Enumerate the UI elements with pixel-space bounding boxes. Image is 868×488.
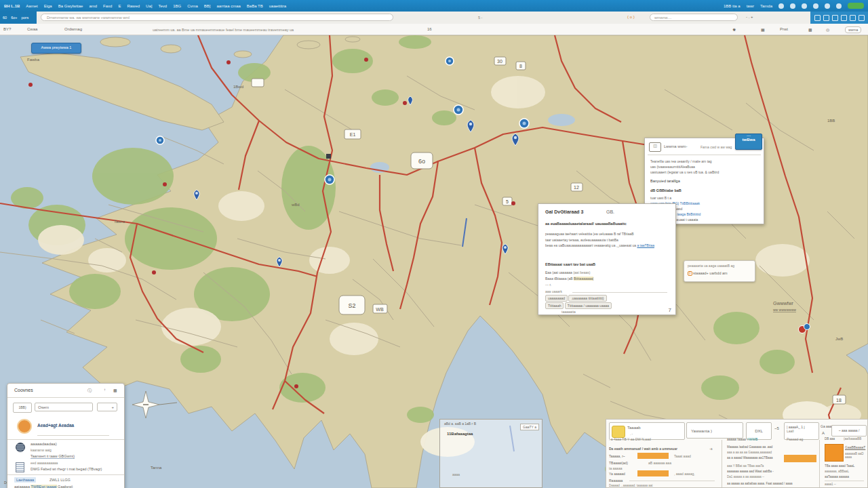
detail-card-menu[interactable]: GB. [606, 209, 614, 214]
menu-item[interactable]: Tamda [760, 4, 772, 8]
bottom-panel-strip: Taaaab . - Yawwanta ) DXL ~5 | aaaaA_ 1 … [606, 419, 868, 488]
detail-divider: aaa uaaark [545, 289, 669, 293]
detail-field-row: Eaa (aat uaaaaaa (aat beaas) [545, 270, 590, 274]
settings-icon[interactable] [802, 3, 807, 9]
menu-item[interactable]: BB] [204, 4, 211, 8]
detail-card-bold-line: aa euaBaaaaduaaetalaraad! uauaaaBaBuaatt… [545, 222, 627, 226]
thumbnail-icon[interactable] [825, 444, 844, 462]
value-bar[interactable] [637, 453, 669, 459]
sync-icon[interactable] [813, 3, 818, 9]
bookmark-icon[interactable] [832, 15, 838, 21]
menu-item[interactable]: E [118, 4, 121, 8]
document-item-icon [16, 462, 24, 472]
menu-item[interactable]: Tevd [158, 4, 167, 8]
mid-field[interactable]: 5 - [478, 16, 482, 20]
svg-text:ww wwwwwww: ww wwwwwww [773, 308, 796, 312]
highlighted-value[interactable]: Btittaaaaaaa| [574, 277, 593, 281]
info-card-title: Lwwma wwm- [664, 144, 688, 148]
menu-item[interactable]: Faxd [103, 4, 112, 8]
record-toggle[interactable]: ( o ) [627, 15, 635, 19]
menu-item[interactable]: Rawed [127, 4, 140, 8]
toolbar-item[interactable]: Cwaa [27, 27, 37, 31]
toolbar-item[interactable]: Ordwmag [64, 27, 82, 31]
menu-item[interactable]: 1BB tta a [724, 4, 741, 8]
value-bar[interactable] [637, 470, 669, 476]
account-icon[interactable] [778, 3, 784, 9]
menu-item[interactable]: amd [89, 4, 97, 8]
panel-search-input[interactable]: Osem [35, 403, 93, 411]
poi-marker [454, 105, 463, 115]
globe-icon[interactable]: ◎ [826, 27, 829, 32]
menu-item[interactable]: Eiga [44, 4, 52, 8]
apps-icon[interactable] [825, 3, 830, 9]
detail-button[interactable]: uaaaaaaad [545, 295, 568, 302]
detail-button[interactable]: .uaaaaaaa ttittaattittti) [568, 295, 606, 302]
print-button[interactable]: Prwt [780, 27, 788, 31]
toolbar-button[interactable]: wwma [845, 26, 861, 33]
menu-item[interactable]: Ua] [146, 4, 152, 8]
menu-item[interactable]: Ba Gwylwttae [58, 4, 83, 8]
svg-text:Gwwwfwr: Gwwwfwr [773, 301, 794, 306]
detail-card-link[interactable]: a taaTBtiaa [637, 243, 654, 247]
result-title[interactable]: GaaBBaaaaT [845, 445, 865, 449]
help-icon[interactable] [790, 3, 795, 9]
more-icon[interactable] [859, 15, 865, 21]
menu-item[interactable]: Aamet [26, 4, 37, 8]
tab[interactable]: 6o+ [11, 16, 17, 20]
address-bar-right-icons [810, 12, 868, 24]
info-card-action-button[interactable]: ---- twBwa [735, 134, 762, 150]
avatar[interactable] [17, 419, 32, 434]
map-tooltip: peaaaarta ua aaga uaaaatB ag 0 staaaad+ … [684, 260, 755, 282]
region-selection-overlay[interactable]: aBd a. aaB a 1aB r B 11Bafaaagtaa GaaTY … [439, 419, 542, 488]
map-area-badge[interactable]: Awwa prwytwwa 1 [31, 43, 81, 54]
info-icon[interactable]: ⓘ [87, 388, 92, 394]
tab[interactable]: pors [21, 16, 28, 20]
extension-icon[interactable] [814, 15, 821, 21]
detail-button[interactable]: Ttittaaah [545, 302, 564, 309]
url-input[interactable]: Drrwmmwnw wa. wa wwmmarw +wwmwmnw wml [41, 14, 393, 21]
profile-icon[interactable] [850, 15, 856, 21]
menu-item[interactable]: aarrtaa cmaa [217, 4, 241, 8]
folder-icon [612, 426, 625, 438]
info-card-body: Teanellla uas rea ueaanlly / maiie am ta… [650, 159, 719, 175]
attach-icon[interactable]: A [822, 431, 825, 435]
menu-item[interactable]: Cvma [187, 4, 198, 8]
layout-icon[interactable]: ▦ [761, 27, 765, 32]
value-bar[interactable] [784, 455, 816, 462]
filter-tag[interactable]: 1BB) [13, 403, 32, 413]
section-line: aataaaaa TWBEwt taaaat Gaabew) [14, 485, 73, 488]
list-item-sub: eed aaaaaaaaaaa [31, 461, 58, 465]
menu-item[interactable]: uaaettttra [269, 4, 286, 8]
detail-field-row: Baaa tBtiaaaa (aB Btittaaaaaaa| [545, 277, 593, 281]
menu-item[interactable]: BaBa TB [247, 4, 263, 8]
refresh-icon[interactable]: ✺ [732, 27, 736, 32]
section-tag[interactable]: Laethaaaa [14, 477, 36, 483]
collapse-icon[interactable]: ↑ [104, 388, 106, 392]
popout-icon[interactable]: ▩ [113, 388, 117, 392]
tab[interactable]: 60 [3, 16, 7, 20]
list-item-title[interactable]: Aead+agt Aeadaa [37, 423, 74, 428]
menu-item[interactable]: tawr [747, 4, 754, 8]
list-item-title[interactable]: aaaaadaadaa) [31, 442, 57, 446]
panel-icon[interactable]: ▩ [808, 27, 812, 32]
grid-icon[interactable] [823, 15, 829, 21]
poi-marker [519, 119, 529, 128]
status-pill[interactable] [848, 3, 864, 9]
panel-stepper[interactable]: + [97, 403, 117, 411]
field-label: Taaaab [627, 426, 641, 430]
detail-button[interactable]: Ttittaaaaa / uaaaaaa uaaaa [565, 302, 612, 309]
app-logo: BH L.1B [4, 4, 20, 8]
strip-button[interactable]: ~ aaa aaaaa / [831, 425, 867, 436]
svg-text:8: 8 [519, 64, 522, 68]
search-input[interactable]: wmwnw.... [650, 14, 738, 21]
download-icon[interactable] [841, 15, 847, 21]
list-item-line[interactable]: Taanwert it taaw GBGwmi) [31, 454, 75, 459]
zoom-stepper[interactable]: - . + [746, 15, 753, 19]
notifications-icon[interactable] [836, 3, 842, 9]
breadcrumb: uatreemm ua. aa Bme ua mmaueemmeaue feae… [153, 28, 410, 32]
poi-marker [446, 57, 454, 65]
field-input[interactable]: Yawwanta ) [686, 422, 743, 439]
layers-icon[interactable]: ◫ [649, 142, 661, 152]
toolbar-item[interactable]: BY? [3, 27, 11, 31]
menu-item[interactable]: 1BG [173, 4, 181, 8]
